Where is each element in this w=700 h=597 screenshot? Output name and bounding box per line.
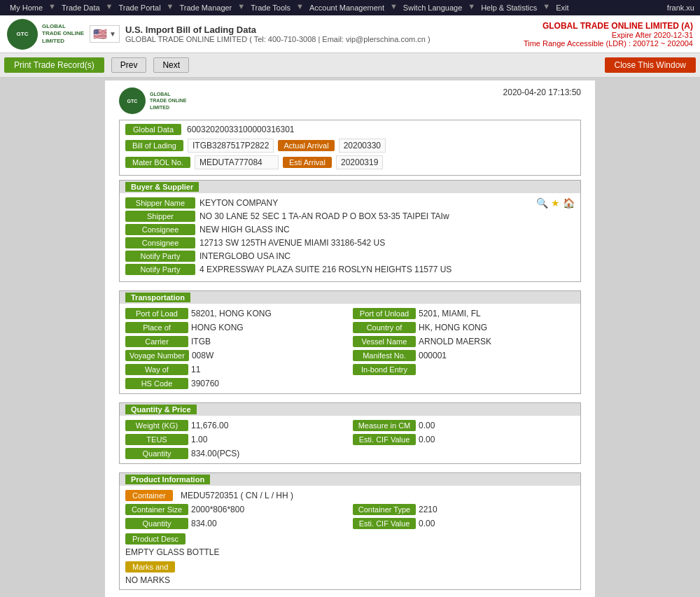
manifest-no-label: Manifest No. bbox=[353, 350, 416, 361]
product-desc-value: EMPTY GLASS BOTTLE bbox=[125, 547, 575, 557]
container-size-value: 2000*806*800 bbox=[191, 505, 244, 514]
vessel-name-item: Vessel Name ARNOLD MAERSK bbox=[353, 336, 575, 347]
global-data-section: Global Data 60032020033100000316301 Bill… bbox=[119, 120, 581, 176]
measure-value: 0.00 bbox=[419, 421, 435, 430]
record-header: GTC GLOBAL TRADE ONLINE LIMITED 2020-04-… bbox=[119, 87, 581, 114]
container-size-label: Container Size bbox=[125, 504, 188, 515]
bol-value: ITGB3287517P2822 bbox=[188, 139, 274, 153]
print-button-top[interactable]: Print Trade Record(s) bbox=[4, 57, 104, 73]
consignee-addr-value: 12713 SW 125TH AVENUE MIAMI 33186-542 US bbox=[200, 238, 575, 248]
quantity-value: 834.00(PCS) bbox=[191, 449, 239, 458]
quantity-label: Quantity bbox=[125, 448, 188, 459]
hs-code-label: HS Code bbox=[125, 378, 188, 389]
hs-code-item: HS Code 390760 bbox=[125, 378, 575, 389]
quantity-price-body: Weight (KG) 11,676.00 Measure in CM 0.00… bbox=[120, 416, 580, 463]
header-title-block: U.S. Import Bill of Lading Data GLOBAL T… bbox=[125, 24, 430, 43]
container-type-value: 2210 bbox=[419, 505, 438, 514]
record-content: GTC GLOBAL TRADE ONLINE LIMITED 2020-04-… bbox=[105, 80, 595, 597]
consignee-addr-label: Consignee bbox=[125, 237, 195, 248]
global-data-value: 60032020033100000316301 bbox=[181, 123, 300, 136]
close-button-top[interactable]: Close This Window bbox=[605, 57, 696, 73]
prev-button-top[interactable]: Prev bbox=[111, 57, 147, 73]
record-logo: GTC GLOBAL TRADE ONLINE LIMITED bbox=[119, 87, 187, 114]
mater-bol-label: Mater BOL No. bbox=[125, 157, 190, 168]
search-icon[interactable]: 🔍 bbox=[536, 197, 548, 209]
marks-row: Marks and bbox=[125, 561, 575, 573]
way-of-value: 11 bbox=[191, 365, 200, 374]
record-datetime: 2020-04-20 17:13:50 bbox=[503, 87, 581, 97]
consignee-name-row: Consignee NEW HIGH GLASS INC bbox=[125, 224, 575, 235]
time-range: Time Range Accessible (LDR) : 200712 ~ 2… bbox=[524, 39, 693, 48]
manifest-no-item: Manifest No. 000001 bbox=[353, 350, 575, 361]
teus-label: TEUS bbox=[125, 434, 188, 445]
top-toolbar: Print Trade Record(s) Prev Next Close Th… bbox=[0, 53, 700, 78]
logo-text: GLOBAL TRADE ONLINE LIMITED bbox=[42, 23, 84, 45]
quantity-price-label: Quantity & Price bbox=[125, 405, 197, 414]
hs-code-value: 390760 bbox=[191, 379, 219, 388]
transport-grid: Port of Load 58201, HONG KONG Port of Un… bbox=[125, 308, 575, 375]
voyage-number-item: Voyage Number 008W bbox=[125, 350, 347, 361]
port-of-load-label: Port of Load bbox=[125, 308, 188, 319]
product-esti-cif-value: 0.00 bbox=[419, 519, 435, 528]
buyer-supplier-header: Buyer & Supplier bbox=[120, 181, 580, 193]
notify-party-addr-row: Notify Party 4 EXPRESSWAY PLAZA SUITE 21… bbox=[125, 264, 575, 275]
nav-items: My Home ▼ Trade Data ▼ Trade Portal ▼ Tr… bbox=[6, 2, 573, 13]
nav-trade-tools[interactable]: Trade Tools bbox=[246, 2, 295, 13]
teus-value: 1.00 bbox=[191, 435, 207, 444]
quantity-price-header: Quantity & Price bbox=[120, 403, 580, 416]
actual-arrival-value: 20200330 bbox=[339, 139, 386, 153]
nav-my-home[interactable]: My Home bbox=[6, 2, 47, 13]
next-button-top[interactable]: Next bbox=[153, 57, 189, 73]
nav-trade-portal[interactable]: Trade Portal bbox=[114, 2, 164, 13]
product-desc-tag: Product Desc bbox=[125, 533, 186, 545]
shipper-icons: 🔍 ★ 🏠 bbox=[536, 197, 575, 209]
product-esti-cif-label: Esti. CIF Value bbox=[353, 518, 416, 529]
in-bond-entry-label: In-bond Entry bbox=[353, 364, 416, 375]
way-of-item: Way of 11 bbox=[125, 364, 347, 375]
buyer-supplier-section: Buyer & Supplier Shipper Name KEYTON COM… bbox=[119, 180, 581, 282]
product-info-body: Container MEDU5720351 ( CN / L / HH ) Co… bbox=[120, 486, 580, 589]
quantity-item: Quantity 834.00(PCS) bbox=[125, 448, 575, 459]
nav-help-statistics[interactable]: Help & Statistics bbox=[477, 2, 541, 13]
port-of-load-item: Port of Load 58201, HONG KONG bbox=[125, 308, 347, 319]
country-of-value: HK, HONG KONG bbox=[419, 323, 487, 332]
container-size-item: Container Size 2000*806*800 bbox=[125, 504, 347, 515]
flag-selector[interactable]: 🇺🇸 ▼ bbox=[90, 25, 120, 43]
vessel-name-label: Vessel Name bbox=[353, 336, 416, 347]
shipper-label: Shipper bbox=[125, 211, 195, 222]
record-logo-text: GLOBAL TRADE ONLINE LIMITED bbox=[150, 91, 187, 110]
user-info: frank.xu bbox=[667, 3, 694, 12]
carrier-value: ITGB bbox=[191, 337, 211, 346]
nav-switch-language[interactable]: Switch Language bbox=[399, 2, 466, 13]
product-info-header: Product Information bbox=[120, 473, 580, 486]
voyage-number-label: Voyage Number bbox=[125, 350, 189, 361]
product-desc-row: Product Desc bbox=[125, 533, 575, 545]
esti-arrival-label: Esti Arrival bbox=[283, 157, 332, 168]
way-of-label: Way of bbox=[125, 364, 188, 375]
voyage-number-value: 008W bbox=[192, 351, 214, 360]
carrier-item: Carrier ITGB bbox=[125, 336, 347, 347]
nav-trade-data[interactable]: Trade Data bbox=[57, 2, 104, 13]
star-icon[interactable]: ★ bbox=[551, 197, 560, 209]
transportation-label: Transportation bbox=[125, 293, 190, 302]
esti-arrival-value: 20200319 bbox=[336, 155, 383, 169]
home-icon[interactable]: 🏠 bbox=[563, 197, 575, 209]
consignee-name-value: NEW HIGH GLASS INC bbox=[200, 225, 575, 234]
port-of-unload-value: 5201, MIAMI, FL bbox=[419, 309, 481, 318]
nav-exit[interactable]: Exit bbox=[552, 2, 573, 13]
notify-party-row: Notify Party INTERGLOBO USA INC bbox=[125, 251, 575, 262]
product-info-section: Product Information Container MEDU572035… bbox=[119, 472, 581, 590]
container-type-item: Container Type 2210 bbox=[353, 504, 575, 515]
quantity-price-section: Quantity & Price Weight (KG) 11,676.00 M… bbox=[119, 402, 581, 464]
container-type-label: Container Type bbox=[353, 504, 416, 515]
notify-party-addr-label: Notify Party bbox=[125, 264, 195, 275]
company-name: GLOBAL TRADE ONLINE LIMITED (A) bbox=[524, 21, 693, 31]
consignee-addr-row: Consignee 12713 SW 125TH AVENUE MIAMI 33… bbox=[125, 237, 575, 248]
header-bar: GTC GLOBAL TRADE ONLINE LIMITED 🇺🇸 ▼ U.S… bbox=[0, 15, 700, 53]
nav-account-management[interactable]: Account Management bbox=[305, 2, 388, 13]
nav-trade-manager[interactable]: Trade Manager bbox=[175, 2, 236, 13]
bol-row: Bill of Lading ITGB3287517P2822 Actual A… bbox=[125, 139, 575, 153]
header-subtitle: GLOBAL TRADE ONLINE LIMITED ( Tel: 400-7… bbox=[125, 35, 430, 43]
esti-cif-item: Esti. CIF Value 0.00 bbox=[353, 434, 575, 445]
manifest-no-value: 000001 bbox=[419, 351, 447, 360]
